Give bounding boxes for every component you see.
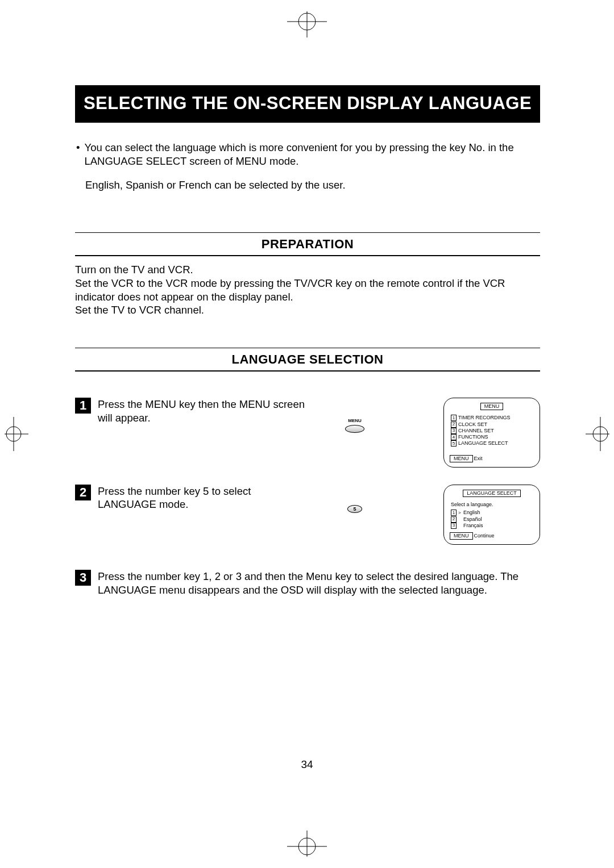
osd-num: 5: [451, 440, 457, 446]
osd-num: 1: [451, 415, 457, 421]
prep-line-2: Set the VCR to the VCR mode by pressing …: [75, 277, 540, 303]
prep-line-1: Turn on the TV and VCR.: [75, 263, 540, 277]
osd-num: 4: [451, 434, 457, 440]
osd-footer-label: Continue: [474, 533, 495, 539]
crop-mark-bottom: [264, 828, 350, 857]
osd-subtitle: Select a language.: [451, 502, 534, 508]
remote-button-menu: MENU: [315, 398, 395, 433]
crop-mark-top: [264, 11, 350, 40]
step-2-text: Press the number key 5 to select LANGUAG…: [98, 485, 308, 511]
step-badge-2: 2: [75, 485, 91, 500]
osd-footer-label: Exit: [474, 456, 483, 462]
osd-title: MENU: [480, 403, 504, 410]
step-3-text: Press the number key 1, 2 or 3 and then …: [98, 570, 540, 596]
osd-item: CLOCK SET: [458, 422, 487, 428]
section-rule: PREPARATION: [75, 232, 540, 256]
osd-num: 3: [451, 523, 457, 529]
osd-item: FUNCTIONS: [458, 434, 488, 440]
osd-item: Español: [463, 516, 482, 523]
osd-item: English: [463, 510, 480, 516]
preparation-body: Turn on the TV and VCR. Set the VCR to t…: [75, 263, 540, 317]
remote-button-5: 5: [315, 485, 395, 513]
intro-block: • You can select the language which is m…: [75, 141, 540, 168]
page-content: SELECTING THE ON-SCREEN DISPLAY LANGUAGE…: [75, 85, 540, 597]
intro-sub-text: English, Spanish or French can be select…: [75, 179, 540, 191]
preparation-heading: PREPARATION: [75, 237, 540, 252]
osd-footer-key: MENU: [450, 532, 473, 540]
osd-item: LANGUAGE SELECT: [458, 440, 508, 446]
section-rule: LANGUAGE SELECTION: [75, 348, 540, 372]
osd-caret: >: [458, 510, 462, 516]
osd-num: 2: [451, 422, 457, 428]
osd-language-select-screen: LANGUAGE SELECT Select a language. 1>Eng…: [443, 485, 540, 545]
menu-button-icon: [345, 425, 364, 433]
osd-menu-list: 1TIMER RECORDINGS 2CLOCK SET 3CHANNEL SE…: [451, 415, 534, 446]
page-title: SELECTING THE ON-SCREEN DISPLAY LANGUAGE: [75, 85, 540, 123]
prep-line-3: Set the TV to VCR channel.: [75, 303, 540, 317]
step-1-text: Press the MENU key then the MENU screen …: [98, 398, 308, 424]
osd-num: 1: [451, 510, 457, 516]
osd-item: TIMER RECORDINGS: [458, 415, 511, 421]
number-5-button-icon: 5: [347, 505, 362, 513]
step-3: 3 Press the number key 1, 2 or 3 and the…: [75, 570, 540, 596]
menu-button-label: MENU: [348, 418, 362, 423]
step-badge-1: 1: [75, 398, 91, 414]
osd-num: 3: [451, 428, 457, 434]
step-2: 2 Press the number key 5 to select LANGU…: [75, 485, 540, 545]
step-1: 1 Press the MENU key then the MENU scree…: [75, 398, 540, 468]
page-number: 34: [301, 758, 313, 771]
osd-item: CHANNEL SET: [458, 428, 494, 434]
language-selection-heading: LANGUAGE SELECTION: [75, 352, 540, 367]
osd-menu-screen: MENU 1TIMER RECORDINGS 2CLOCK SET 3CHANN…: [443, 398, 540, 468]
osd-item: Français: [463, 523, 483, 529]
bullet: •: [75, 141, 80, 168]
step-badge-3: 3: [75, 570, 91, 586]
osd-title: LANGUAGE SELECT: [463, 490, 521, 497]
intro-text: You can select the language which is mor…: [84, 141, 540, 168]
osd-num: 2: [451, 516, 457, 523]
osd-footer-key: MENU: [450, 455, 473, 462]
crop-mark-left: [5, 400, 33, 468]
crop-mark-right: [581, 400, 609, 468]
